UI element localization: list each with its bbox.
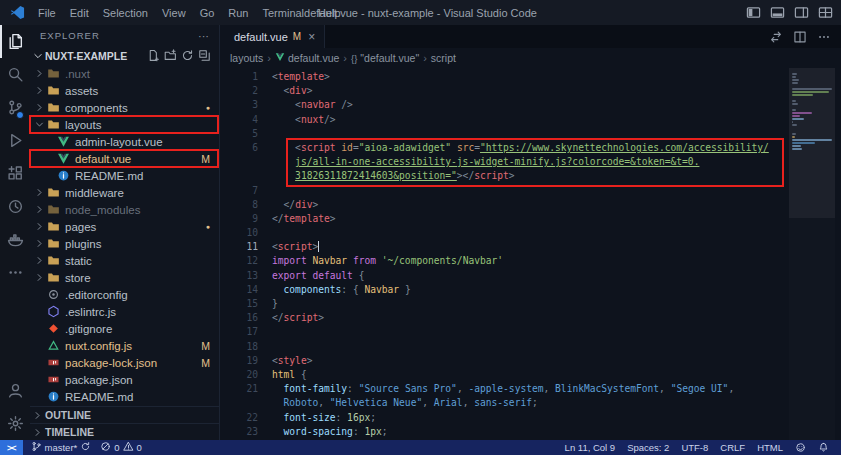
tree-item-package-lock-json[interactable]: package-lock.jsonM bbox=[30, 354, 219, 371]
explorer-icon[interactable] bbox=[0, 25, 30, 58]
extensions-icon[interactable] bbox=[0, 157, 30, 190]
code-line[interactable]: 8 </div> bbox=[220, 198, 785, 212]
menu-selection[interactable]: Selection bbox=[96, 5, 155, 21]
run-debug-icon[interactable] bbox=[0, 124, 30, 157]
code-line[interactable]: 5 bbox=[220, 127, 785, 141]
tree-item-store[interactable]: store bbox=[30, 269, 219, 286]
more-views-icon[interactable] bbox=[0, 256, 30, 289]
tree-item-readme-md[interactable]: README.md bbox=[30, 388, 219, 405]
menu-go[interactable]: Go bbox=[193, 5, 222, 21]
search-icon[interactable] bbox=[0, 58, 30, 91]
menu-help[interactable]: Help bbox=[311, 5, 348, 21]
npm-file-icon bbox=[47, 356, 61, 370]
tree-item-readme-md[interactable]: README.md bbox=[30, 167, 219, 184]
split-editor-icon[interactable] bbox=[793, 30, 807, 44]
toggle-panel-icon[interactable] bbox=[770, 5, 785, 20]
code-line[interactable]: 7 bbox=[220, 184, 785, 198]
code-line[interactable]: 2 <div> bbox=[220, 84, 785, 98]
code-line[interactable]: 23 word-spacing: 1px; bbox=[220, 425, 785, 439]
line-number: 9 bbox=[220, 212, 272, 226]
encoding[interactable]: UTF-8 bbox=[675, 442, 714, 453]
panel-timeline[interactable]: TIMELINE bbox=[30, 423, 219, 440]
breadcrumb-item-default-vue[interactable]: default.vue bbox=[275, 52, 339, 64]
line-ending[interactable]: CRLF bbox=[714, 442, 751, 453]
menu-view[interactable]: View bbox=[155, 5, 193, 21]
code-line[interactable]: 16</script> bbox=[220, 311, 785, 325]
notifications-bell-icon[interactable] bbox=[812, 442, 835, 453]
menu-edit[interactable]: Edit bbox=[63, 5, 96, 21]
tree-item-default-vue[interactable]: default.vueM bbox=[30, 150, 219, 167]
feedback-smiley-icon[interactable] bbox=[789, 442, 812, 453]
toggle-secondary-sidebar-icon[interactable] bbox=[794, 5, 809, 20]
remote-indicator[interactable]: >< bbox=[0, 440, 23, 455]
tree-item-nuxt[interactable]: .nuxt bbox=[30, 65, 219, 82]
tree-item-node-modules[interactable]: node_modules bbox=[30, 201, 219, 218]
refresh-icon[interactable] bbox=[181, 49, 194, 62]
tree-item-middleware[interactable]: middleware bbox=[30, 184, 219, 201]
new-file-icon[interactable] bbox=[147, 49, 160, 62]
settings-icon[interactable] bbox=[0, 407, 30, 440]
code-line[interactable]: 4 <nuxt/> bbox=[220, 113, 785, 127]
code-line[interactable]: 1<template> bbox=[220, 70, 785, 84]
project-section-header[interactable]: NUXT-EXAMPLE bbox=[30, 46, 219, 65]
account-icon[interactable] bbox=[0, 374, 30, 407]
breadcrumb-item-layouts[interactable]: layouts bbox=[230, 52, 263, 64]
cursor-position[interactable]: Ln 11, Col 9 bbox=[559, 442, 622, 453]
tab-close-icon[interactable]: × bbox=[308, 31, 315, 43]
code-line[interactable]: 6 <script id="aioa-adawidget" src="https… bbox=[220, 141, 785, 155]
sidebar-bottom-panels: OUTLINETIMELINE bbox=[30, 406, 219, 440]
toggle-sidebar-icon[interactable] bbox=[746, 5, 761, 20]
docker-icon[interactable] bbox=[0, 223, 30, 256]
code-line[interactable]: 21 font-family: "Source Sans Pro", -appl… bbox=[220, 382, 785, 396]
breadcrumb-item-default-vue[interactable]: {}"default.vue" bbox=[351, 52, 419, 64]
new-folder-icon[interactable] bbox=[164, 49, 177, 62]
tree-item-static[interactable]: static bbox=[30, 252, 219, 269]
more-actions-icon[interactable] bbox=[817, 30, 831, 44]
explorer-more-actions-icon[interactable]: ··· bbox=[198, 30, 209, 42]
code-editor[interactable]: 1<template>2 <div>3 <navbar />4 <nuxt/>5… bbox=[220, 68, 841, 440]
tree-item-pages[interactable]: pages● bbox=[30, 218, 219, 235]
code-line[interactable]: 10 bbox=[220, 226, 785, 240]
tree-item-eslintrc-js[interactable]: .eslintrc.js bbox=[30, 303, 219, 320]
tree-item-editorconfig[interactable]: .editorconfig bbox=[30, 286, 219, 303]
code-line[interactable]: 15} bbox=[220, 297, 785, 311]
minimap[interactable] bbox=[789, 68, 835, 440]
code-line[interactable]: 20html { bbox=[220, 368, 785, 382]
language-mode[interactable]: HTML bbox=[751, 442, 789, 453]
code-line[interactable]: 31826311872414603&position="></script> bbox=[220, 169, 785, 183]
code-line[interactable]: 11<script> bbox=[220, 240, 785, 254]
breadcrumb-item-script[interactable]: script bbox=[431, 52, 456, 64]
tree-item-admin-layout-vue[interactable]: admin-layout.vue bbox=[30, 133, 219, 150]
tree-item-nuxt-config-js[interactable]: nuxt.config.jsM bbox=[30, 337, 219, 354]
source-control-icon[interactable] bbox=[0, 91, 30, 124]
code-line[interactable]: 9</template> bbox=[220, 212, 785, 226]
code-line[interactable]: 19<style> bbox=[220, 354, 785, 368]
code-line[interactable]: 18 bbox=[220, 340, 785, 354]
menu-file[interactable]: File bbox=[31, 5, 63, 21]
tree-item-assets[interactable]: assets bbox=[30, 82, 219, 99]
settings-sync-icon[interactable] bbox=[0, 190, 30, 223]
code-line[interactable]: 17 bbox=[220, 325, 785, 339]
git-branch[interactable]: master* bbox=[31, 441, 92, 454]
tree-item-gitignore[interactable]: .gitignore bbox=[30, 320, 219, 337]
code-line[interactable]: 3 <navbar /> bbox=[220, 98, 785, 112]
menu-terminal[interactable]: Terminal bbox=[256, 5, 312, 21]
code-line[interactable]: 12import Navbar from '~/components/Navba… bbox=[220, 254, 785, 268]
compare-icon[interactable] bbox=[769, 30, 783, 44]
code-line[interactable]: 13export default { bbox=[220, 269, 785, 283]
code-line[interactable]: 22 font-size: 16px; bbox=[220, 411, 785, 425]
collapse-all-icon[interactable] bbox=[198, 49, 211, 62]
tree-item-plugins[interactable]: plugins bbox=[30, 235, 219, 252]
tree-item-components[interactable]: components● bbox=[30, 99, 219, 116]
panel-outline[interactable]: OUTLINE bbox=[30, 406, 219, 423]
indent-setting[interactable]: Spaces: 2 bbox=[621, 442, 675, 453]
menu-run[interactable]: Run bbox=[221, 5, 255, 21]
customize-layout-icon[interactable] bbox=[818, 5, 833, 20]
problems-indicator[interactable]: 0 0 bbox=[100, 441, 142, 454]
tab-default-vue[interactable]: default.vue M × bbox=[220, 25, 325, 48]
tree-item-layouts[interactable]: layouts bbox=[30, 116, 219, 133]
code-line[interactable]: Roboto, "Helvetica Neue", Arial, sans-se… bbox=[220, 396, 785, 410]
tree-item-package-json[interactable]: package.json bbox=[30, 371, 219, 388]
code-line[interactable]: js/all-in-one-accessibility-js-widget-mi… bbox=[220, 155, 785, 169]
code-line[interactable]: 14 components: { Navbar } bbox=[220, 283, 785, 297]
